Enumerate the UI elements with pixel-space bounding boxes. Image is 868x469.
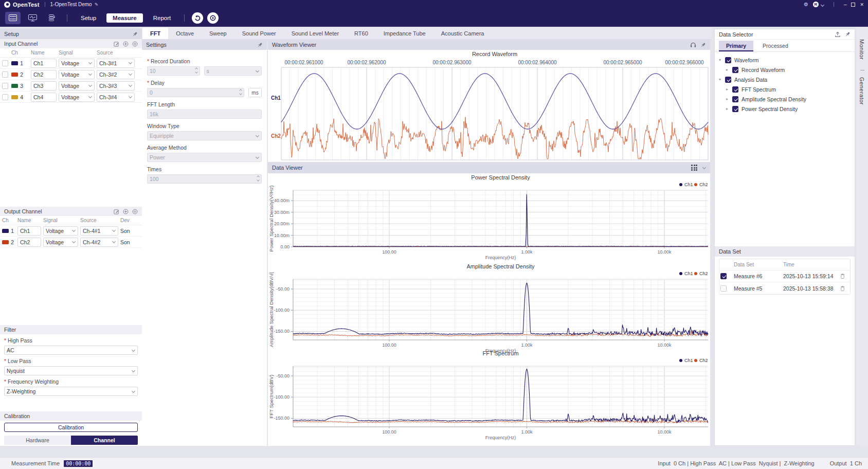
tree-checkbox[interactable] [732, 96, 738, 102]
replay-button[interactable] [207, 12, 219, 24]
channel-name-input[interactable] [31, 93, 57, 102]
calibration-button[interactable]: Calibration [4, 423, 138, 432]
edit-icon[interactable] [114, 41, 119, 47]
data-set-checkbox[interactable] [720, 285, 727, 292]
dock-tab-generator[interactable]: Generator [859, 77, 865, 105]
times-stepper[interactable] [147, 174, 262, 184]
data-set-checkbox[interactable] [720, 273, 727, 279]
export-upload-icon[interactable] [835, 31, 841, 38]
record-waveform-chart[interactable]: Record Waveform00:00:02.96100000:00:02.9… [268, 50, 710, 162]
channel-name-input[interactable] [31, 81, 57, 91]
data-set-row[interactable]: Measure #6 2025-10-13 15:59:14 [719, 270, 850, 282]
channel-settings-gear-icon[interactable] [132, 209, 138, 214]
tab-octave[interactable]: Octave [168, 28, 202, 39]
tab-fft[interactable]: FFT [142, 28, 168, 39]
tab-sound-power[interactable]: Sound Power [234, 28, 284, 39]
tab-sweep[interactable]: Sweep [202, 28, 234, 39]
tree-item-analysis-data[interactable]: ▾Analysis Data [718, 75, 852, 84]
signal-select[interactable]: Voltage [43, 238, 78, 247]
tree-checkbox[interactable] [725, 77, 731, 83]
signal-select[interactable]: Voltage [59, 59, 95, 68]
window-type-select[interactable]: Equiripple [147, 131, 262, 140]
monitor-view-button[interactable] [25, 12, 40, 24]
signal-select[interactable]: Voltage [59, 93, 95, 102]
pin-icon[interactable] [700, 42, 706, 48]
delete-trash-icon[interactable] [840, 273, 850, 279]
hardware-segment-button[interactable]: Hardware [4, 436, 71, 445]
pin-icon[interactable] [845, 31, 851, 37]
add-channel-icon[interactable] [123, 41, 129, 47]
caret-expanded-icon[interactable]: ▾ [718, 58, 722, 62]
caret-expanded-icon[interactable]: ▾ [718, 77, 722, 82]
tree-checkbox[interactable] [725, 57, 731, 63]
report-mode-button[interactable]: Report [147, 13, 177, 23]
listen-headphone-icon[interactable] [690, 42, 696, 48]
tab-processed[interactable]: Processed [755, 41, 795, 51]
signal-select[interactable]: Voltage [59, 81, 95, 91]
chevron-down-icon[interactable] [702, 165, 706, 169]
source-select[interactable]: Ch-4#2 [80, 238, 118, 247]
tab-acoustic-camera[interactable]: Acoustic Camera [433, 28, 492, 39]
channel-checkbox[interactable] [2, 83, 8, 89]
source-select[interactable]: Ch-3#2 [97, 70, 135, 79]
tree-item-amplitude-spectral-density[interactable]: ▸Amplitude Spectral Density [718, 94, 852, 104]
tree-checkbox[interactable] [732, 106, 738, 112]
close-button[interactable]: ✕ [860, 2, 864, 7]
tree-item-power-spectral-density[interactable]: ▸Power Spectral Density [718, 104, 852, 114]
record-duration-stepper[interactable] [147, 66, 200, 76]
tree-checkbox[interactable] [732, 86, 738, 93]
caret-collapsed-icon[interactable]: ▸ [725, 87, 729, 92]
add-channel-icon[interactable] [123, 209, 129, 214]
tree-item-waveform[interactable]: ▾Waveform [718, 55, 852, 65]
source-select[interactable]: Ch-3#3 [97, 81, 135, 91]
low-pass-select[interactable]: Nyquist [4, 366, 138, 375]
settings-gear-icon[interactable]: ⚙ [804, 2, 808, 7]
tab-sound-level-meter[interactable]: Sound Level Meter [284, 28, 347, 39]
tab-primary[interactable]: Primary [719, 41, 753, 51]
channel-name-input[interactable] [31, 70, 57, 79]
channel-settings-gear-icon[interactable] [132, 41, 138, 47]
channel-table-view-button[interactable] [5, 12, 21, 24]
pin-icon[interactable] [132, 31, 138, 37]
high-pass-select[interactable]: AC [4, 346, 138, 355]
layout-grid-icon[interactable] [691, 165, 697, 171]
tree-item-fft-spectrum[interactable]: ▸FFT Spectrum [718, 84, 852, 94]
tree-checkbox[interactable] [732, 67, 738, 73]
measure-mode-button[interactable]: Measure [106, 13, 143, 23]
signal-select[interactable]: Voltage [43, 226, 78, 236]
source-select[interactable]: Ch-3#1 [97, 59, 135, 68]
source-select[interactable]: Ch-4#1 [80, 226, 118, 236]
channel-checkbox[interactable] [2, 60, 8, 66]
edit-icon[interactable] [114, 209, 119, 214]
signal-select[interactable]: Voltage [59, 70, 95, 79]
edit-title-icon[interactable]: ✎ [95, 2, 99, 7]
tree-item-record-waveform[interactable]: ▸Record Waveform [718, 65, 852, 75]
tab-rt60[interactable]: RT60 [347, 28, 376, 39]
frequency-weighting-select[interactable]: Z-Weighting [4, 387, 138, 396]
source-select[interactable]: Ch-3#4 [97, 93, 135, 102]
fft-length-input[interactable] [147, 110, 262, 119]
maximize-button[interactable] [851, 3, 855, 7]
spectral-charts[interactable]: Power Spectral DensityCh1Ch2Power Spectr… [268, 173, 710, 446]
channel-segment-button[interactable]: Channel [71, 436, 138, 445]
caret-collapsed-icon[interactable]: ▸ [725, 97, 729, 101]
channel-checkbox[interactable] [2, 94, 8, 100]
caret-collapsed-icon[interactable]: ▸ [725, 106, 729, 111]
channel-name-input[interactable] [17, 238, 41, 247]
tab-impedance-tube[interactable]: Impedance Tube [376, 28, 433, 39]
user-menu-chevron-icon[interactable] [821, 3, 824, 7]
delay-stepper[interactable] [147, 88, 244, 97]
user-avatar[interactable]: R [813, 2, 819, 7]
delete-trash-icon[interactable] [840, 285, 850, 292]
minimize-button[interactable]: – [844, 2, 847, 7]
dock-tab-monitor[interactable]: Monitor [859, 39, 865, 60]
pin-icon[interactable] [257, 42, 263, 48]
channel-checkbox[interactable] [2, 71, 8, 78]
channel-name-input[interactable] [17, 226, 41, 236]
setup-mode-button[interactable]: Setup [75, 13, 102, 23]
record-duration-unit-select[interactable]: s [204, 66, 262, 76]
data-set-row[interactable]: Measure #5 2025-10-13 15:58:38 [719, 282, 850, 294]
average-method-select[interactable]: Power [147, 153, 262, 162]
undo-button[interactable] [192, 12, 203, 24]
channel-name-input[interactable] [31, 59, 57, 68]
